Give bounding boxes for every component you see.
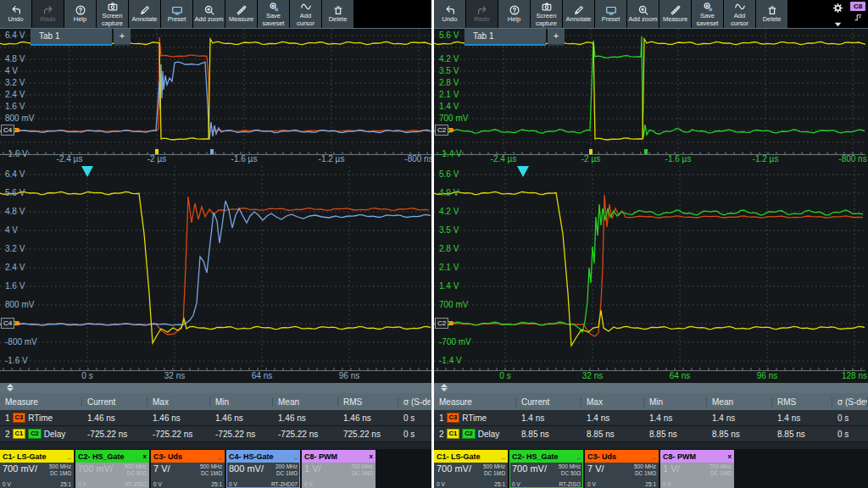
tab-strip: Tab 1+ — [465, 29, 565, 46]
add-cursor-button[interactable]: Add cursor — [724, 0, 755, 28]
trigger-slope-icon[interactable] — [853, 11, 864, 26]
undo-button[interactable]: Undo — [434, 0, 465, 28]
add-zoom-button[interactable]: Add zoom — [627, 0, 659, 28]
y-axis-label: 2.8 V — [439, 78, 459, 87]
x-axis-label: 0 s — [499, 371, 510, 380]
zoom-waveform-plot[interactable]: 5.6 V4.9 V4.2 V3.5 V2.8 V2.1 V1.4 V700 m… — [434, 166, 868, 383]
channel-name: C3- Uds — [153, 452, 182, 461]
toolbar-button-label: Annotate — [565, 16, 591, 23]
annotate-button[interactable]: Annotate — [129, 0, 160, 28]
screen-capture-button[interactable]: Screen capture — [97, 0, 128, 28]
delete-button[interactable]: Delete — [322, 0, 353, 28]
measurement-value: 0 s — [832, 430, 868, 439]
channel-badge-header: C3- Uds_ — [585, 450, 659, 463]
minimize-icon[interactable]: _ — [577, 452, 581, 460]
ruler-icon — [670, 4, 682, 16]
y-axis-label: 1.4 V — [439, 281, 459, 291]
channel-chip-c2: C2 — [462, 429, 476, 439]
column-header: Current — [82, 397, 147, 407]
preset-button[interactable]: Preset — [161, 0, 192, 28]
measurement-row[interactable]: 2C1C2Delay-725.22 ns-725.22 ns-725.22 ns… — [0, 426, 431, 442]
channel-badge-c1[interactable]: C1- LS-Gate_700 mV/500 MHz DC 1MΩ0 V25:1 — [0, 450, 74, 488]
y-axis-label: 2.1 V — [439, 90, 459, 99]
save-saveset-button[interactable]: Save saveset — [258, 0, 289, 28]
close-icon[interactable]: x — [143, 452, 147, 460]
channel-name: C2- HS_Gate — [78, 452, 125, 461]
channel-offset: 0 V — [304, 481, 351, 487]
channel-marker-chevron-icon: » — [14, 319, 19, 328]
row-number: 2 — [5, 430, 10, 439]
save-icon — [268, 1, 280, 13]
channel-bandwidth-coupling: 700 MHz DC 1MΩ — [351, 463, 373, 480]
channel-offset-marker-c2[interactable]: C2» — [435, 125, 453, 136]
add-tab-button[interactable]: + — [548, 29, 565, 46]
save-saveset-button[interactable]: Save saveset — [692, 0, 723, 28]
minimize-icon[interactable]: _ — [294, 452, 298, 460]
screen-capture-button[interactable]: Screen capture — [531, 0, 562, 28]
upper-waveform-plot[interactable]: 5.6 V4.2 V3.5 V2.8 V2.1 V1.4 V700 mV-1.4… — [434, 29, 868, 166]
y-axis-label: 4.8 V — [5, 54, 25, 64]
channel-offset-marker-c4[interactable]: C4» — [1, 318, 19, 329]
measurement-row[interactable]: 1C3RTime1.46 ns1.46 ns1.46 ns1.46 ns1.46… — [0, 410, 431, 426]
measurement-value: 725.22 ns — [338, 430, 398, 439]
trigger-source-badge[interactable]: C8 — [850, 2, 865, 11]
channel-offset-marker-c4[interactable]: C4» — [1, 125, 19, 136]
add-cursor-button[interactable]: Add cursor — [290, 0, 321, 28]
channel-badge-c3[interactable]: C3- Uds_7 V/500 MHz DC 1MΩ0 V25:1 — [585, 450, 659, 488]
gear-icon[interactable] — [832, 2, 844, 18]
redo-button[interactable]: Redo — [466, 0, 498, 28]
minimize-icon[interactable]: _ — [653, 452, 656, 460]
zoom-icon — [203, 4, 215, 16]
minimize-icon[interactable]: _ — [219, 452, 222, 460]
measure-button[interactable]: Measure — [225, 0, 257, 28]
minimize-icon[interactable]: _ — [68, 452, 71, 460]
add-zoom-button[interactable]: Add zoom — [193, 0, 225, 28]
measurement-value: 0 s — [398, 413, 431, 423]
trigger-position-marker[interactable] — [517, 166, 529, 177]
redo-button[interactable]: Redo — [32, 0, 64, 28]
close-icon[interactable]: x — [728, 452, 732, 460]
undo-button[interactable]: Undo — [0, 0, 31, 28]
close-icon[interactable]: x — [370, 452, 373, 460]
channel-badge-c8[interactable]: C8- PWMx1 V/700 MHz DC 1MΩ0 V — [302, 450, 376, 488]
channel-badge-c4[interactable]: C4- HS-Gate_800 mV/200 MHz DC 1MΩ0 VRT-Z… — [226, 450, 300, 488]
channel-marker-chevron-icon: » — [448, 125, 453, 135]
trigger-position-marker[interactable] — [81, 166, 93, 177]
add-tab-button[interactable]: + — [114, 29, 131, 46]
channel-offset: 0 V — [587, 481, 634, 487]
tab-strip: Tab 1+ — [31, 29, 131, 46]
minimize-icon[interactable]: _ — [502, 452, 505, 460]
annotate-button[interactable]: Annotate — [563, 0, 594, 28]
y-axis-label: 5.6 V — [439, 30, 459, 40]
channel-badge-c1[interactable]: C1- LS-Gate_700 mV/500 MHz DC 1MΩ0 V25:1 — [434, 450, 508, 488]
channel-badge-c2[interactable]: C2- HS_Gatex700 mV/500 MHz DC 50Ω0 VRT-Z… — [75, 450, 149, 488]
upper-waveform-plot[interactable]: 6.4 V4.8 V4 V3.2 V2.4 V1.6 V800 mV-1.6 V… — [0, 29, 431, 166]
zoom-waveform-plot[interactable]: 6.4 V5.6 V4.8 V4 V3.2 V2.4 V1.6 V800 mV-… — [0, 166, 431, 383]
preset-button[interactable]: Preset — [595, 0, 626, 28]
channel-badge-c2[interactable]: C2- HS_Gate_700 mV/500 MHz DC 50Ω0 VRT-Z… — [509, 450, 583, 488]
channel-badge-c3[interactable]: C3- Uds_7 V/500 MHz DC 1MΩ0 V25:1 — [151, 450, 225, 488]
channel-chip-c1: C1 — [13, 429, 26, 439]
measurement-row[interactable]: 2C1C2Delay8.85 ns8.85 ns8.85 ns8.85 ns8.… — [434, 426, 868, 442]
help-button[interactable]: Help — [498, 0, 530, 28]
measurement-row[interactable]: 1C3RTime1.4 ns1.4 ns1.4 ns1.4 ns1.4 ns0 … — [434, 410, 868, 426]
cursor-icon — [734, 1, 746, 13]
y-axis-label: 1.6 V — [5, 102, 25, 111]
help-button[interactable]: Help — [64, 0, 96, 28]
channel-offset-marker-c2[interactable]: C2» — [435, 318, 453, 329]
toolbar-button-label: Delete — [763, 16, 782, 23]
tab-item[interactable]: Tab 1 — [465, 29, 546, 46]
tab-item[interactable]: Tab 1 — [31, 29, 112, 46]
delete-button[interactable]: Delete — [756, 0, 787, 28]
channel-badge-c8[interactable]: C8- PWMx1 V/700 MHz DC 1MΩ0 V — [660, 450, 734, 488]
measure-button[interactable]: Measure — [659, 0, 691, 28]
measurement-value: 0 s — [832, 413, 868, 423]
x-axis-labels: -2.4 µs-2 µs-1.6 µs-1.2 µs-800 ns — [0, 154, 431, 166]
measurement-name: Delay — [44, 430, 66, 439]
panel-splitter[interactable] — [0, 383, 431, 393]
panel-splitter[interactable] — [434, 383, 868, 393]
column-header: RMS — [338, 397, 398, 407]
measurement-table: MeasureCurrentMaxMinMeanRMSσ (S-dev)1C3R… — [434, 393, 868, 449]
y-axis-label: 4.2 V — [439, 54, 459, 64]
x-axis-label: -800 ns — [838, 154, 866, 164]
